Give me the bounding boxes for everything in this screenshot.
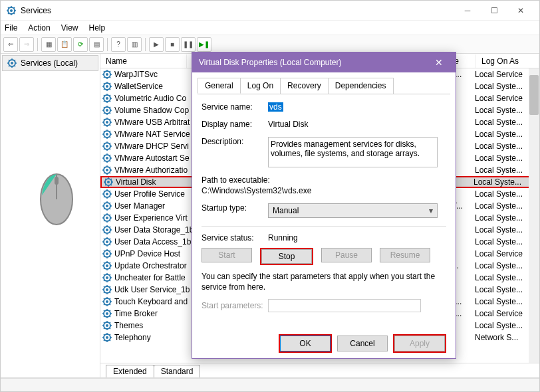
export-button[interactable]: 📋 <box>57 37 72 52</box>
service-name: Telephony <box>114 333 198 342</box>
refresh-button[interactable]: ⟳ <box>73 37 88 52</box>
help-button[interactable]: ? <box>111 37 126 52</box>
gear-icon <box>102 105 112 116</box>
startup-type-select[interactable]: Manual <box>268 203 438 218</box>
service-name: Volume Shadow Cop <box>114 106 198 115</box>
start-button: Start <box>202 248 252 262</box>
service-name: Time Broker <box>114 309 198 318</box>
gear-icon <box>102 296 112 307</box>
label-service-name: Service name: <box>202 102 268 112</box>
column-name[interactable]: Name <box>100 54 187 68</box>
label-description: Description: <box>202 137 268 146</box>
dialog-footer: OK Cancel Apply <box>192 329 456 358</box>
service-name: User Profile Service <box>114 189 198 199</box>
value-status: Running <box>268 233 298 243</box>
hint-text: You can specify the start parameters tha… <box>202 272 446 292</box>
toolbar: ⇐ ⇒ ▦ 📋 ⟳ ▤ ? ▥ ▶ ■ ❚❚ ▶❚ <box>1 35 539 54</box>
dialog-close-button[interactable]: ✕ <box>429 52 449 72</box>
menu-view[interactable]: View <box>61 23 78 33</box>
tab-general[interactable]: General <box>198 78 241 94</box>
gear-icon <box>102 201 112 211</box>
service-name: Uncheater for Battle <box>114 273 198 282</box>
service-name: User Data Access_1b <box>114 237 198 246</box>
maximize-button[interactable]: ☐ <box>481 1 507 20</box>
gear-icon <box>102 69 112 80</box>
value-description[interactable]: Provides management services for disks, … <box>268 137 438 167</box>
restart-service-button[interactable]: ▶❚ <box>197 37 211 52</box>
service-name: WalletService <box>114 82 198 91</box>
stop-service-button[interactable]: ■ <box>165 37 180 52</box>
value-display-name: Virtual Disk <box>268 120 308 129</box>
forward-button[interactable]: ⇒ <box>19 37 34 52</box>
gear-icon <box>102 284 112 295</box>
value-service-name[interactable]: vds <box>268 102 283 112</box>
show-hide-tree-button[interactable]: ▦ <box>41 37 56 52</box>
gear-icon <box>102 237 112 247</box>
pause-button: Pause <box>321 248 372 262</box>
service-name: Touch Keyboard and <box>114 297 198 306</box>
gear-icon <box>103 177 114 187</box>
menu-help[interactable]: Help <box>89 23 106 33</box>
mouse-illustration <box>37 166 76 226</box>
apply-button[interactable]: Apply <box>394 336 445 351</box>
tab-standard[interactable]: Standard <box>154 365 201 377</box>
tree-item-services-local[interactable]: Services (Local) <box>2 55 98 71</box>
gear-icon <box>102 272 112 283</box>
stop-button[interactable]: Stop <box>261 249 312 264</box>
dialog-body: Service name: vds Display name: Virtual … <box>198 94 450 329</box>
service-name: User Data Storage_1b <box>114 225 198 235</box>
properties-button[interactable]: ▤ <box>89 37 104 52</box>
gear-icon <box>102 165 112 175</box>
label-display-name: Display name: <box>202 120 268 129</box>
gear-icon <box>7 58 17 68</box>
start-service-button[interactable]: ▶ <box>149 37 164 52</box>
tab-logon[interactable]: Log On <box>240 78 281 94</box>
statusbar <box>1 378 539 391</box>
window-title: Services <box>21 6 454 15</box>
pause-service-button[interactable]: ❚❚ <box>181 37 196 52</box>
bottom-tabs: Extended Standard <box>100 363 539 377</box>
menu-file[interactable]: File <box>5 23 17 33</box>
tool-button[interactable]: ▥ <box>127 37 142 52</box>
menu-action[interactable]: Action <box>28 23 50 33</box>
resume-button: Resume <box>380 248 430 262</box>
minimize-button[interactable]: ─ <box>454 1 481 20</box>
tab-dependencies[interactable]: Dependencies <box>328 78 394 94</box>
back-button[interactable]: ⇐ <box>3 37 18 52</box>
service-name: Themes <box>114 321 198 330</box>
service-name: VMware Authorizatio <box>114 165 198 175</box>
service-name: Udk User Service_1b <box>114 285 198 294</box>
ok-button[interactable]: OK <box>280 336 331 351</box>
service-name: Update Orchestrator <box>114 261 198 270</box>
tab-recovery[interactable]: Recovery <box>280 78 329 94</box>
scrollbar[interactable] <box>529 68 539 363</box>
app-icon <box>6 5 17 16</box>
gear-icon <box>102 141 112 151</box>
gear-icon <box>102 320 112 331</box>
value-path: C:\Windows\System32\vds.exe <box>202 186 311 195</box>
column-logonas[interactable]: Log On As <box>476 54 539 68</box>
label-startup: Startup type: <box>202 203 268 213</box>
gear-icon <box>102 81 112 92</box>
dialog-title: Virtual Disk Properties (Local Computer) <box>199 58 429 67</box>
service-name: WarpJITSvc <box>114 70 198 79</box>
gear-icon <box>102 260 112 271</box>
gear-icon <box>102 189 112 199</box>
label-status: Service status: <box>202 233 268 243</box>
svg-rect-3 <box>55 177 59 185</box>
service-name: VMware Autostart Se <box>114 153 198 163</box>
start-params-input <box>268 299 421 312</box>
service-name: Volumetric Audio Co <box>114 94 198 103</box>
service-name: Virtual Disk <box>116 177 199 187</box>
tab-extended[interactable]: Extended <box>106 365 154 377</box>
service-name: User Manager <box>114 201 198 211</box>
dialog-tabs: General Log On Recovery Dependencies <box>192 72 456 94</box>
cancel-button[interactable]: Cancel <box>337 336 388 351</box>
close-button[interactable]: ✕ <box>507 1 534 20</box>
gear-icon <box>102 117 112 128</box>
dialog-titlebar: Virtual Disk Properties (Local Computer)… <box>192 52 456 72</box>
gear-icon <box>102 129 112 140</box>
menubar: File Action View Help <box>1 21 539 35</box>
service-name: UPnP Device Host <box>114 249 198 258</box>
scroll-thumb[interactable] <box>529 75 539 115</box>
